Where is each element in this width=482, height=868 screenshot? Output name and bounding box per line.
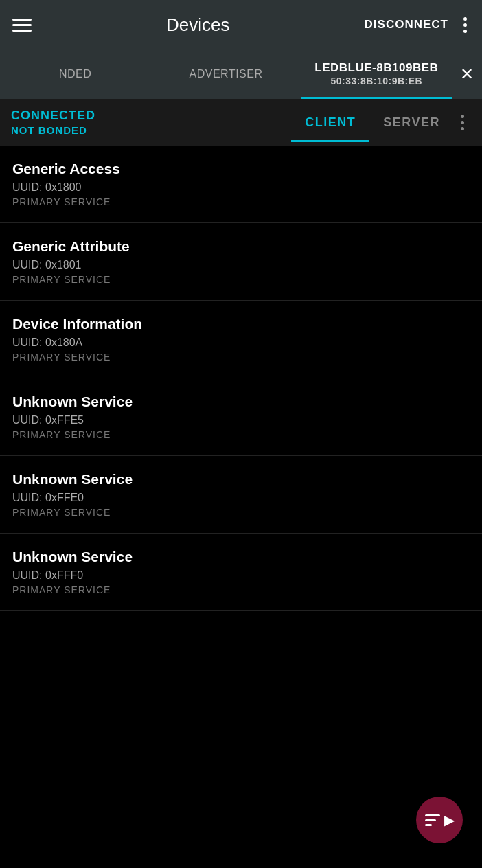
service-name: Unknown Service [12, 393, 470, 410]
service-name: Generic Attribute [12, 238, 470, 255]
services-list: Generic Access UUID: 0x1800 PRIMARY SERV… [0, 146, 482, 611]
tab-ledblue[interactable]: LEDBLUE-8B109BEB 50:33:8B:10:9B:EB [301, 49, 452, 99]
service-item[interactable]: Unknown Service UUID: 0xFFF0 PRIMARY SER… [0, 534, 482, 611]
service-type: PRIMARY SERVICE [12, 507, 470, 518]
service-item[interactable]: Generic Access UUID: 0x1800 PRIMARY SERV… [0, 146, 482, 223]
service-item[interactable]: Generic Attribute UUID: 0x1801 PRIMARY S… [0, 223, 482, 301]
app-title: Devices [44, 14, 352, 36]
fab-arrow-icon: ▶ [444, 812, 455, 828]
service-type: PRIMARY SERVICE [12, 584, 470, 595]
bonded-label: NOT BONDED [11, 124, 291, 136]
fab-button[interactable]: ▶ [416, 797, 463, 843]
service-uuid: UUID: 0x180A [12, 336, 470, 349]
service-name: Generic Access [12, 161, 470, 177]
app-bar: Devices DISCONNECT [0, 0, 482, 49]
service-name: Unknown Service [12, 471, 470, 488]
connection-status: CONNECTED NOT BONDED [11, 108, 291, 136]
more-options-button[interactable] [461, 14, 470, 36]
service-uuid: UUID: 0xFFE0 [12, 492, 470, 504]
service-item[interactable]: Unknown Service UUID: 0xFFE0 PRIMARY SER… [0, 456, 482, 534]
tab-client[interactable]: CLIENT [291, 110, 369, 135]
service-uuid: UUID: 0xFFF0 [12, 569, 470, 582]
menu-button[interactable] [12, 19, 32, 32]
service-item[interactable]: Unknown Service UUID: 0xFFE5 PRIMARY SER… [0, 378, 482, 456]
tab-advertiser[interactable]: ADVERTISER [150, 49, 301, 99]
service-uuid: UUID: 0x1800 [12, 181, 470, 194]
cs-more-options[interactable] [454, 109, 471, 136]
service-uuid: UUID: 0xFFE5 [12, 414, 470, 426]
device-tab-addr: 50:33:8B:10:9B:EB [330, 76, 422, 87]
service-name: Unknown Service [12, 549, 470, 565]
tab-bonded[interactable]: NDED [0, 49, 150, 99]
tab-server[interactable]: SERVER [369, 110, 454, 135]
fab-filter-icon [425, 814, 440, 826]
status-bar: CONNECTED NOT BONDED CLIENT SERVER [0, 99, 482, 146]
service-uuid: UUID: 0x1801 [12, 259, 470, 271]
device-tab-name: LEDBLUE-8B109BEB [314, 61, 438, 75]
connected-label: CONNECTED [11, 108, 291, 123]
device-tabs: NDED ADVERTISER LEDBLUE-8B109BEB 50:33:8… [0, 49, 482, 99]
close-tab-button[interactable]: ✕ [452, 49, 482, 99]
service-type: PRIMARY SERVICE [12, 274, 470, 285]
service-item[interactable]: Device Information UUID: 0x180A PRIMARY … [0, 301, 482, 378]
client-server-tabs: CLIENT SERVER [291, 109, 471, 136]
service-type: PRIMARY SERVICE [12, 352, 470, 363]
service-type: PRIMARY SERVICE [12, 196, 470, 207]
service-type: PRIMARY SERVICE [12, 429, 470, 440]
service-name: Device Information [12, 316, 470, 332]
disconnect-button[interactable]: DISCONNECT [365, 18, 448, 32]
